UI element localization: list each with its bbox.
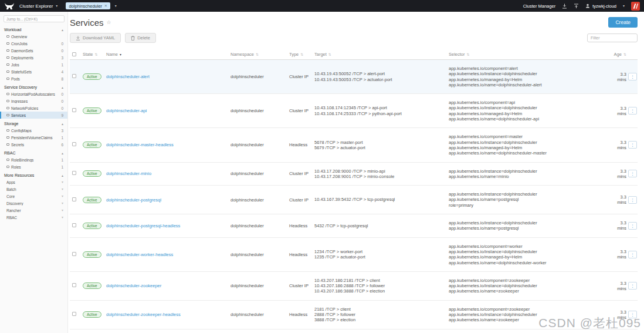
service-name-link[interactable]: dolphinscheduler-zookeeper-headless — [106, 312, 181, 317]
sidebar-group-apps[interactable]: Apps▾ — [0, 179, 67, 186]
section-header-more-resources[interactable]: More Resources ▴ — [0, 170, 67, 179]
state-cell: Active — [83, 197, 106, 203]
rancher-logo-icon[interactable] — [4, 2, 15, 10]
namespace-filter-chevron-icon[interactable]: ▾ — [115, 4, 117, 8]
sort-icon[interactable]: ⇅ — [95, 52, 98, 56]
row-checkbox[interactable] — [72, 252, 76, 256]
table-row[interactable]: Activedolphinscheduler-apidolphinschedul… — [70, 94, 638, 128]
row-checkbox[interactable] — [72, 74, 76, 78]
column-header-type[interactable]: Type⇅ — [289, 52, 314, 57]
favorite-star-icon[interactable]: ☆ — [107, 19, 111, 25]
sidebar-item-deployments[interactable]: Deployments3 — [0, 54, 67, 61]
sidebar-item-ingresses[interactable]: Ingresses0 — [0, 97, 67, 105]
service-name-link[interactable]: dolphinscheduler-worker-headless — [106, 252, 173, 257]
service-name-link[interactable]: dolphinscheduler-api — [106, 108, 147, 113]
row-checkbox[interactable] — [72, 197, 76, 201]
sidebar-group-discovery[interactable]: Discovery▾ — [0, 200, 67, 207]
selector-line: app.kubernetes.io/instance=dolphinschedu… — [449, 283, 606, 288]
service-name-link[interactable]: dolphinscheduler-minio — [106, 171, 151, 176]
sort-icon[interactable]: ⇅ — [623, 52, 626, 56]
sidebar-item-services[interactable]: Services9 — [0, 112, 67, 119]
download-kubeconfig-icon[interactable] — [562, 4, 567, 9]
cluster-manager-link[interactable]: Cluster Manager — [523, 4, 555, 9]
sidebar-item-jobs[interactable]: Jobs1 — [0, 61, 67, 68]
row-actions-button[interactable]: ⋮ — [628, 107, 637, 115]
column-header-state[interactable]: State⇅ — [83, 52, 106, 57]
sidebar-item-daemonsets[interactable]: DaemonSets0 — [0, 47, 67, 54]
section-header-workload[interactable]: Workload▴ — [0, 25, 67, 33]
service-name-link[interactable]: dolphinscheduler-postgresql-headless — [106, 223, 180, 228]
table-row[interactable]: Activedolphinscheduler-postgresql-headle… — [70, 214, 638, 238]
table-row[interactable]: Activedolphinscheduler-postgresqldolphin… — [70, 186, 638, 214]
sidebar-group-rancher[interactable]: Rancher▾ — [0, 207, 67, 214]
table-row[interactable]: Activedolphinscheduler-alertdolphinsched… — [70, 60, 638, 94]
row-checkbox[interactable] — [72, 171, 76, 175]
row-checkbox[interactable] — [72, 223, 76, 227]
row-checkbox[interactable] — [72, 283, 76, 287]
sidebar-group-core[interactable]: Core▾ — [0, 193, 67, 200]
table-row[interactable]: Activedolphinscheduler-zookeeperdolphins… — [70, 272, 638, 301]
import-yaml-icon[interactable] — [574, 4, 579, 9]
user-menu[interactable]: tyzwkj-cloud — [585, 4, 616, 9]
sidebar-item-overview[interactable]: Overview — [0, 33, 67, 40]
row-checkbox[interactable] — [72, 108, 76, 112]
section-header-storage[interactable]: Storage▴ — [0, 119, 67, 127]
sidebar-item-secrets[interactable]: Secrets6 — [0, 141, 67, 148]
namespace-filter-chip[interactable]: dolphinscheduler × — [66, 2, 110, 9]
row-actions-button[interactable]: ⋮ — [628, 141, 637, 149]
column-header-age[interactable]: Age⇅ — [611, 52, 626, 57]
sidebar-item-cronjobs[interactable]: CronJobs0 — [0, 40, 67, 47]
target-cell: 1234 /TCP > worker-port1235 /TCP > actua… — [314, 249, 449, 260]
table-row[interactable]: Activedolphinscheduler-miniodolphinsched… — [70, 163, 638, 186]
close-icon[interactable]: × — [104, 4, 107, 8]
column-header-namespace[interactable]: Namespace⇅ — [231, 52, 289, 57]
sidebar-group-batch[interactable]: Batch▾ — [0, 186, 67, 193]
row-checkbox[interactable] — [72, 142, 76, 146]
table-row[interactable]: Activedolphinscheduler-zookeeper-headles… — [70, 301, 638, 329]
section-header-rbac[interactable]: RBAC▴ — [0, 148, 67, 156]
filter-input[interactable] — [587, 33, 638, 42]
row-actions-button[interactable]: ⋮ — [628, 311, 637, 318]
column-header-name[interactable]: Name▾ — [106, 52, 231, 57]
sidebar-item-rolebindings[interactable]: RoleBindings1 — [0, 156, 67, 163]
sidebar-item-pods[interactable]: Pods8 — [0, 75, 67, 82]
type-cell: Cluster IP — [289, 171, 314, 176]
sidebar-item-networkpolicies[interactable]: NetworkPolicies0 — [0, 105, 67, 112]
select-all-checkbox[interactable] — [72, 52, 76, 56]
service-name-link[interactable]: dolphinscheduler-master-headless — [106, 142, 174, 147]
row-actions-button[interactable]: ⋮ — [628, 222, 637, 230]
column-header-target[interactable]: Target⇅ — [314, 52, 449, 57]
row-checkbox[interactable] — [72, 312, 76, 316]
section-header-service-discovery[interactable]: Service Discovery▴ — [0, 82, 67, 90]
app-switcher[interactable]: Cluster Explorer ▾ — [19, 4, 57, 9]
sidebar-item-persistentvolumeclaims[interactable]: PersistentVolumeClaims1 — [0, 134, 67, 141]
service-name-link[interactable]: dolphinscheduler-postgresql — [106, 197, 161, 203]
column-header-selector[interactable]: Selector⇅ — [449, 52, 611, 57]
sidebar-group-rbac[interactable]: RBAC▾ — [0, 214, 67, 221]
sort-icon[interactable]: ⇅ — [467, 52, 470, 56]
create-button[interactable]: Create — [608, 17, 638, 28]
sort-icon[interactable]: ▾ — [120, 52, 121, 56]
delete-button[interactable]: Delete — [125, 33, 156, 43]
service-name-link[interactable]: dolphinscheduler-zookeeper — [106, 283, 161, 288]
state-cell: Active — [83, 223, 106, 229]
row-actions-button[interactable]: ⋮ — [628, 196, 637, 204]
row-actions-button[interactable]: ⋮ — [628, 251, 637, 258]
sidebar-item-roles[interactable]: Roles1 — [0, 163, 67, 170]
sort-icon[interactable]: ⇅ — [328, 52, 331, 56]
table-row[interactable]: Activedolphinscheduler-master-headlessdo… — [70, 128, 638, 162]
row-actions-button[interactable]: ⋮ — [628, 282, 637, 290]
user-avatar[interactable] — [631, 2, 640, 11]
sidebar-item-configmaps[interactable]: ConfigMaps3 — [0, 127, 67, 134]
table-row[interactable]: Activedolphinscheduler-worker-headlessdo… — [70, 238, 638, 272]
service-name-link[interactable]: dolphinscheduler-alert — [106, 74, 150, 79]
sidebar-item-statefulsets[interactable]: StatefulSets4 — [0, 68, 67, 75]
sidebar-search-input[interactable] — [4, 15, 65, 22]
chevron-down-icon[interactable]: ▾ — [623, 4, 625, 8]
sort-icon[interactable]: ⇅ — [256, 52, 259, 56]
sidebar-item-horizontalpodautoscalers[interactable]: HorizontalPodAutoscalers0 — [0, 90, 67, 97]
download-yaml-button[interactable]: Download YAML — [70, 33, 121, 43]
sort-icon[interactable]: ⇅ — [300, 52, 303, 56]
row-actions-button[interactable]: ⋮ — [628, 170, 637, 177]
row-actions-button[interactable]: ⋮ — [628, 73, 637, 80]
